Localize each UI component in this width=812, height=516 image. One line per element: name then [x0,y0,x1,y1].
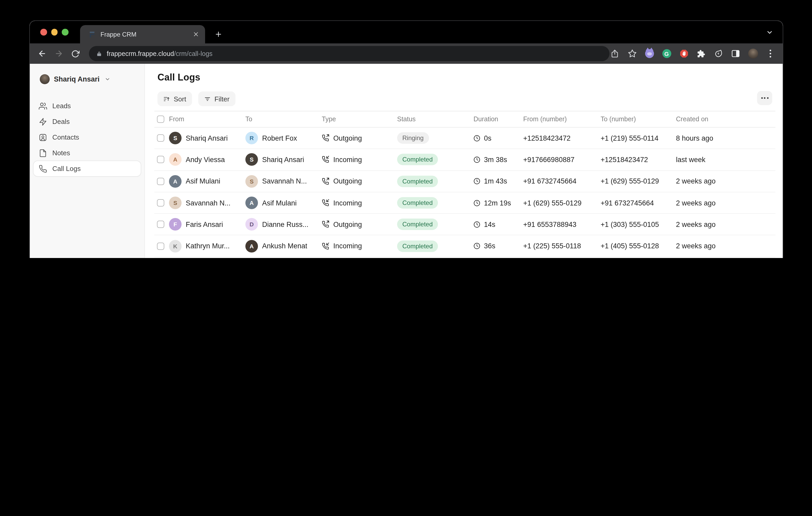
sidebar-item-leads[interactable]: Leads [33,98,141,114]
frappe-favicon [88,31,96,38]
user-menu[interactable]: Shariq Ansari [33,73,141,85]
clock-icon [473,134,480,142]
tabstrip-chevron-icon[interactable] [764,27,775,38]
browser-toolbar: frappecrm.frappe.cloud/crm/call-logs G [30,43,783,64]
row-checkbox[interactable] [157,242,164,250]
chevron-down-icon [105,76,111,82]
from-number-cell: +1 (629) 555-0129 [523,199,601,207]
call-type-cell: Incoming [322,199,397,207]
table-row[interactable]: H Hussain Nag... D Devon Lane Outgoing C… [154,257,775,258]
sidebar-item-contacts[interactable]: Contacts [33,130,141,145]
back-button[interactable] [37,49,47,58]
row-checkbox[interactable] [157,178,164,185]
created-on-cell: 8 hours ago [676,134,775,142]
energy-saver-icon[interactable] [713,48,724,59]
avatar: K [169,240,181,252]
from-contact: F Faris Ansari [169,218,245,231]
bookmark-star-icon[interactable] [627,48,637,59]
lock-icon [96,51,102,57]
call-type-cell: Outgoing [322,177,397,185]
minimize-button[interactable] [51,29,58,35]
call-type-cell: Incoming [322,242,397,250]
menu-dots-icon[interactable] [765,48,775,59]
filter-label: Filter [214,95,230,103]
sort-button[interactable]: Sort [157,91,192,106]
tab-title: Frappe CRM [100,31,192,38]
call-type-label: Outgoing [333,177,362,185]
select-all-checkbox[interactable] [157,116,164,123]
duration-cell: 12m 19s [473,199,523,207]
table-row[interactable]: S Savannah N... A Asif Mulani Incoming C… [154,192,775,214]
phone-incoming-icon [322,199,329,207]
grammarly-extension-icon[interactable]: G [661,48,672,59]
duration-label: 0s [484,134,492,142]
screen: Frappe CRM [0,0,812,258]
sidebar-item-notes[interactable]: Notes [33,145,141,160]
adblock-extension-icon[interactable] [678,48,689,59]
extensions-puzzle-icon[interactable] [696,48,706,59]
call-type-label: Outgoing [333,134,362,142]
call-type-label: Incoming [333,156,362,164]
new-tab-button[interactable] [211,27,225,41]
contact-name: Asif Mulani [262,199,297,207]
sidebar-item-call-logs[interactable]: Call Logs [33,161,141,176]
more-options-button[interactable] [757,91,772,105]
to-number-cell: +1 (219) 555-0114 [601,134,676,142]
row-checkbox[interactable] [157,199,164,207]
phone-outgoing-icon [322,178,329,185]
contact-name: Savannah N... [262,177,307,185]
call-type-cell: Incoming [322,156,397,164]
call-logs-icon [39,164,47,173]
row-checkbox[interactable] [157,134,164,142]
duration-cell: 3m 38s [473,156,523,164]
column-header: To [245,116,322,123]
phone-incoming-icon [322,242,329,250]
table-row[interactable]: A Andy Viessa S Shariq Ansari Incoming C… [154,149,775,171]
status-badge: Completed [397,197,438,209]
column-header: From [169,116,245,123]
to-contact: S Shariq Ansari [245,153,322,166]
to-number-cell: +1 (405) 555-0128 [601,242,676,250]
created-on-cell: last week [676,156,775,164]
close-button[interactable] [40,29,47,35]
to-number-cell: +12518423472 [601,156,676,164]
address-bar[interactable]: frappecrm.frappe.cloud/crm/call-logs [89,46,610,61]
column-header: Status [397,116,473,123]
sort-label: Sort [174,95,186,103]
created-on-cell: 2 weeks ago [676,242,775,250]
github-extension-icon[interactable] [644,48,655,59]
share-icon[interactable] [610,48,620,59]
created-on-cell: 2 weeks ago [676,221,775,229]
row-checkbox[interactable] [157,156,164,163]
created-on-cell: 2 weeks ago [676,199,775,207]
table-row[interactable]: F Faris Ansari D Dianne Russ... Outgoing… [154,214,775,236]
refresh-button[interactable] [70,49,80,58]
sidebar-item-deals[interactable]: Deals [33,114,141,129]
row-checkbox[interactable] [157,221,164,228]
user-avatar [40,74,50,84]
to-contact: R Robert Fox [245,132,322,144]
contacts-icon [39,133,47,142]
column-header: Type [322,116,397,123]
duration-label: 3m 38s [484,156,507,164]
to-number-cell: +1 (629) 555-0129 [601,177,676,185]
sidebar-item-label: Contacts [52,133,79,141]
filter-button[interactable]: Filter [198,91,235,106]
status-badge: Ringing [397,132,429,144]
profile-avatar[interactable] [748,48,758,59]
side-panel-icon[interactable] [730,48,741,59]
tab-close-icon[interactable] [192,30,200,38]
table-row[interactable]: S Shariq Ansari R Robert Fox Outgoing Ri… [154,127,775,149]
from-contact: K Kathryn Mur... [169,240,245,252]
contact-name: Dianne Russ... [262,221,309,229]
forward-button[interactable] [54,49,63,58]
table-row[interactable]: K Kathryn Mur... A Ankush Menat Incoming… [154,236,775,257]
browser-tab[interactable]: Frappe CRM [80,25,205,43]
filter-icon [204,95,211,102]
list-actions: Sort Filter [157,91,783,106]
url-path: /crm/call-logs [174,50,212,57]
table-row[interactable]: A Asif Mulani S Savannah N... Outgoing C… [154,171,775,192]
zoom-button[interactable] [62,29,68,35]
contact-name: Savannah N... [186,199,230,207]
window-controls [40,29,68,35]
